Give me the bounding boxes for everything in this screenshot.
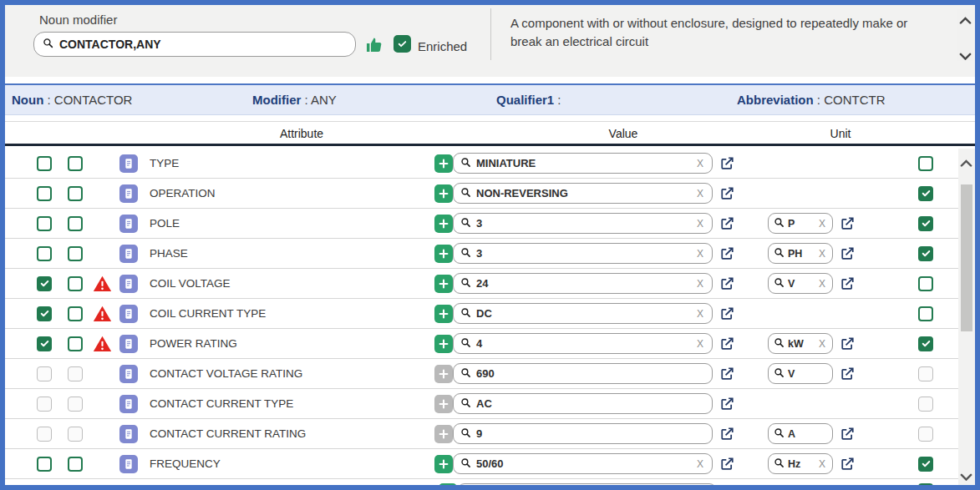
attribute-document-icon[interactable] bbox=[119, 365, 138, 383]
value-external-link-icon[interactable] bbox=[719, 306, 736, 322]
add-value-button[interactable] bbox=[434, 245, 453, 263]
value-input[interactable]: DCX bbox=[453, 303, 713, 324]
clear-value-icon[interactable]: X bbox=[695, 248, 705, 260]
clear-unit-icon[interactable]: X bbox=[817, 248, 827, 260]
row-select-checkbox[interactable] bbox=[37, 186, 52, 201]
clear-value-icon[interactable]: X bbox=[695, 338, 705, 350]
row-approve-checkbox[interactable] bbox=[918, 186, 933, 201]
attribute-document-icon[interactable] bbox=[119, 395, 138, 413]
attribute-document-icon[interactable] bbox=[119, 215, 138, 233]
clear-unit-icon[interactable]: X bbox=[817, 458, 827, 470]
value-external-link-icon[interactable] bbox=[719, 155, 736, 172]
scrollbar-thumb[interactable] bbox=[961, 184, 972, 331]
unit-external-link-icon[interactable] bbox=[840, 215, 856, 232]
clear-value-icon[interactable]: X bbox=[695, 158, 705, 169]
row-select-checkbox[interactable] bbox=[37, 306, 52, 321]
clear-value-icon[interactable]: X bbox=[695, 218, 705, 230]
attribute-document-icon[interactable] bbox=[119, 335, 138, 353]
clear-value-icon[interactable]: X bbox=[695, 458, 705, 470]
value-input[interactable]: 24X bbox=[453, 273, 713, 294]
clear-unit-icon[interactable]: X bbox=[817, 278, 827, 290]
row-select-checkbox[interactable] bbox=[37, 457, 52, 472]
clear-unit-icon[interactable]: X bbox=[817, 338, 827, 350]
unit-external-link-icon[interactable] bbox=[840, 366, 856, 382]
attribute-document-icon[interactable] bbox=[119, 275, 138, 293]
value-external-link-icon[interactable] bbox=[719, 366, 736, 382]
value-external-link-icon[interactable] bbox=[724, 483, 740, 485]
clear-value-icon[interactable]: X bbox=[695, 278, 705, 290]
row-flag-checkbox[interactable] bbox=[68, 336, 83, 351]
row-flag-checkbox[interactable] bbox=[68, 216, 83, 231]
value-external-link-icon[interactable] bbox=[719, 396, 736, 412]
row-flag-checkbox[interactable] bbox=[68, 457, 83, 472]
add-value-button[interactable] bbox=[434, 215, 453, 233]
value-input[interactable] bbox=[457, 483, 717, 485]
value-external-link-icon[interactable] bbox=[719, 215, 736, 232]
unit-input[interactable]: V bbox=[768, 363, 833, 384]
clear-unit-icon[interactable]: X bbox=[817, 218, 827, 230]
value-external-link-icon[interactable] bbox=[719, 245, 736, 262]
row-flag-checkbox[interactable] bbox=[68, 306, 83, 321]
unit-input[interactable]: A bbox=[768, 423, 833, 444]
unit-external-link-icon[interactable] bbox=[840, 336, 856, 352]
row-select-checkbox[interactable] bbox=[37, 216, 52, 231]
add-value-button[interactable] bbox=[434, 184, 453, 203]
chevron-up-icon[interactable] bbox=[959, 13, 972, 22]
thumbs-up-icon[interactable] bbox=[365, 35, 385, 55]
attribute-document-icon[interactable] bbox=[119, 184, 138, 203]
add-value-button[interactable] bbox=[434, 335, 453, 353]
value-external-link-icon[interactable] bbox=[719, 336, 736, 352]
row-flag-checkbox[interactable] bbox=[68, 186, 83, 201]
row-select-checkbox[interactable] bbox=[37, 336, 52, 351]
value-input[interactable]: 50/60X bbox=[453, 453, 713, 474]
row-approve-checkbox[interactable] bbox=[918, 246, 933, 261]
unit-input[interactable]: kWX bbox=[768, 333, 833, 354]
value-input[interactable]: MINIATUREX bbox=[453, 153, 713, 174]
row-flag-checkbox[interactable] bbox=[68, 276, 83, 291]
add-value-button[interactable] bbox=[439, 483, 457, 485]
value-external-link-icon[interactable] bbox=[719, 275, 736, 292]
description-scrollbar[interactable] bbox=[957, 9, 973, 61]
unit-input[interactable]: VX bbox=[768, 273, 833, 294]
row-approve-checkbox[interactable] bbox=[918, 306, 933, 321]
row-approve-checkbox[interactable] bbox=[918, 156, 933, 171]
unit-external-link-icon[interactable] bbox=[840, 245, 856, 262]
value-input[interactable]: 3X bbox=[453, 243, 713, 264]
add-value-button[interactable] bbox=[434, 455, 453, 473]
chevron-down-icon[interactable] bbox=[959, 48, 972, 58]
value-input[interactable]: 4X bbox=[453, 333, 713, 354]
unit-external-link-icon[interactable] bbox=[840, 426, 856, 442]
row-approve-checkbox[interactable] bbox=[918, 457, 933, 472]
value-input[interactable]: 3X bbox=[453, 213, 713, 234]
row-approve-checkbox[interactable] bbox=[918, 483, 933, 485]
attribute-document-icon[interactable] bbox=[119, 154, 138, 173]
noun-modifier-search-input[interactable]: CONTACTOR,ANY bbox=[33, 32, 356, 57]
attribute-document-icon[interactable] bbox=[119, 245, 138, 263]
attribute-document-icon[interactable] bbox=[119, 455, 138, 473]
row-flag-checkbox[interactable] bbox=[68, 246, 83, 261]
scroll-down-icon[interactable] bbox=[960, 469, 972, 478]
add-value-button[interactable] bbox=[434, 275, 453, 293]
row-approve-checkbox[interactable] bbox=[918, 276, 933, 291]
value-external-link-icon[interactable] bbox=[719, 426, 736, 442]
clear-value-icon[interactable]: X bbox=[695, 308, 705, 320]
table-scrollbar[interactable] bbox=[958, 149, 975, 485]
value-external-link-icon[interactable] bbox=[719, 185, 736, 202]
unit-input[interactable]: PHX bbox=[768, 243, 833, 264]
row-approve-checkbox[interactable] bbox=[918, 336, 933, 351]
attribute-document-icon[interactable] bbox=[119, 425, 138, 443]
row-approve-checkbox[interactable] bbox=[918, 216, 933, 231]
value-external-link-icon[interactable] bbox=[719, 456, 736, 472]
value-input[interactable]: NON-REVERSINGX bbox=[453, 183, 713, 204]
value-input[interactable]: AC bbox=[453, 393, 713, 414]
row-select-checkbox[interactable] bbox=[37, 156, 52, 171]
add-value-button[interactable] bbox=[434, 154, 453, 173]
unit-input[interactable]: HzX bbox=[768, 453, 833, 474]
scroll-up-icon[interactable] bbox=[960, 155, 972, 164]
attribute-document-icon[interactable] bbox=[119, 305, 138, 323]
clear-value-icon[interactable]: X bbox=[695, 188, 705, 200]
unit-external-link-icon[interactable] bbox=[840, 456, 856, 472]
value-input[interactable]: 690 bbox=[453, 363, 713, 384]
unit-external-link-icon[interactable] bbox=[840, 275, 856, 292]
row-select-checkbox[interactable] bbox=[37, 246, 52, 261]
